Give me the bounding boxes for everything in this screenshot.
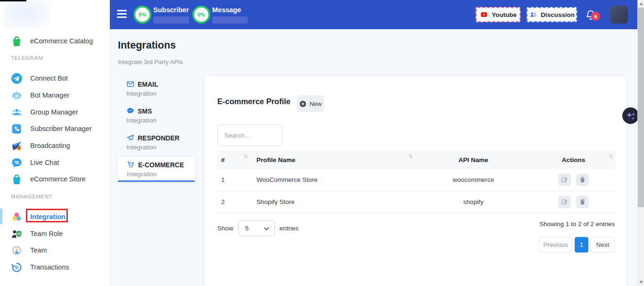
sparkles-icon <box>625 110 636 122</box>
edit-button[interactable] <box>558 173 571 186</box>
scrollbar-thumb[interactable] <box>638 8 644 207</box>
telegram-icon <box>11 73 23 84</box>
sidebar-item-label: Transactions <box>30 263 69 271</box>
subnav-sms[interactable]: SMS Integration <box>126 107 157 124</box>
message-percent: 0% <box>198 12 205 17</box>
sidebar-item-label: Team <box>30 246 47 254</box>
discussion-button-label: Discussion <box>541 11 575 18</box>
paper-plane-icon <box>126 134 134 142</box>
envelope-icon <box>126 80 134 88</box>
scroll-down-arrow[interactable] <box>639 281 643 284</box>
sidebar-item-label: eCommerce Store <box>30 175 86 183</box>
profile-name-cell: WooCommerce Store <box>250 169 415 191</box>
message-stat-label: Message <box>212 6 248 14</box>
subnav-email[interactable]: EMAIL Integration <box>126 80 158 97</box>
sidebar-item-label: Team Role <box>30 230 63 237</box>
pagination: Previous 1 Next <box>539 237 615 253</box>
sidebar-item-subscriber-manager[interactable]: Subscriber Manager <box>0 122 110 136</box>
sidebar-item-bot-manager[interactable]: Bot Manager <box>0 88 110 102</box>
sidebar-item-live-chat[interactable]: Live Chat <box>0 155 110 170</box>
subscriber-stat: Subscriber <box>153 6 189 24</box>
next-page-button[interactable]: Next <box>591 237 615 253</box>
new-button-label: New <box>309 100 322 107</box>
ai-assistant-button[interactable] <box>622 107 639 124</box>
sidebar-item-broadcasting[interactable]: Broadcasting <box>0 139 110 153</box>
current-page-button[interactable]: 1 <box>575 237 588 253</box>
sort-icon: ⇅ <box>243 153 248 160</box>
shopping-bag-green-icon <box>11 35 23 47</box>
column-header-number[interactable]: #⇅ <box>217 150 250 169</box>
broadcast-icon <box>11 140 23 152</box>
delete-button[interactable] <box>576 196 589 208</box>
main-content: Integrations Integrate 3rd Party APIs EM… <box>110 29 644 286</box>
sidebar-item-label: Group Manager <box>30 108 78 116</box>
show-label: Show <box>217 225 233 232</box>
sidebar-item-label: Broadcasting <box>30 142 70 149</box>
youtube-button[interactable]: Youtube <box>476 7 520 22</box>
message-stat: Message <box>212 6 248 24</box>
topbar: 0% Subscriber 0% Message Youtube Discuss… <box>110 0 644 29</box>
cart-icon <box>127 161 135 169</box>
sidebar: eCommerce Catalog TELEGRAM Connect Bot B… <box>0 0 110 286</box>
sidebar-item-label: Bot Manager <box>30 91 69 99</box>
gear-person-icon <box>11 245 23 256</box>
sort-icon: ⇅ <box>408 153 413 160</box>
app-logo <box>4 1 50 28</box>
sidebar-item-ecommerce-catalog[interactable]: eCommerce Catalog <box>0 34 110 48</box>
api-name-cell: shopify <box>415 191 531 212</box>
sms-bubble-icon <box>126 107 134 115</box>
api-name-cell: woocommerce <box>415 169 531 191</box>
top-left-bar <box>0 0 26 1</box>
sidebar-item-transactions[interactable]: Transactions <box>0 260 110 274</box>
edit-button[interactable] <box>558 196 571 208</box>
edit-icon <box>561 176 568 183</box>
sidebar-item-ecommerce-store[interactable]: eCommerce Store <box>0 172 110 186</box>
message-stat-value-redacted <box>212 16 248 24</box>
subnav-ecommerce-title: E-COMMERCE <box>138 161 184 169</box>
page-size-value: 5 <box>239 225 249 232</box>
annotation-highlight-box <box>26 209 68 222</box>
chevron-down-icon <box>264 225 269 230</box>
shopping-bag-cyan-icon <box>11 173 23 185</box>
user-avatar[interactable] <box>610 6 628 24</box>
users-icon <box>529 10 537 19</box>
page-size-select[interactable]: 5 <box>238 220 275 236</box>
hamburger-menu-icon[interactable] <box>117 10 127 19</box>
sidebar-item-connect-bot[interactable]: Connect Bot <box>0 71 110 85</box>
column-header-actions[interactable]: Actions⇅ <box>531 150 616 169</box>
subnav-responder[interactable]: RESPONDER Integration <box>126 134 180 151</box>
shield-person-icon <box>11 228 23 240</box>
scroll-up-arrow[interactable] <box>639 2 643 5</box>
subnav-sms-subtitle: Integration <box>126 117 157 124</box>
new-profile-button[interactable]: New <box>297 95 324 112</box>
actions-cell <box>531 169 616 191</box>
sidebar-item-group-manager[interactable]: Group Manager <box>0 105 110 119</box>
discussion-button[interactable]: Discussion <box>527 7 577 22</box>
subscriber-stat-value-redacted <box>153 16 189 24</box>
youtube-button-label: Youtube <box>492 11 517 18</box>
subnav-ecommerce[interactable]: E-COMMERCE Integration <box>118 157 195 182</box>
integration-circles-icon <box>11 211 23 223</box>
entries-label: entries <box>280 225 299 232</box>
sidebar-item-team[interactable]: Team <box>0 243 110 257</box>
sidebar-item-label: Connect Bot <box>30 74 68 82</box>
sidebar-item-label: Live Chat <box>30 159 59 166</box>
table-row: 1 WooCommerce Store woocommerce <box>217 169 616 191</box>
sidebar-item-team-role[interactable]: Team Role <box>0 227 110 241</box>
previous-page-button[interactable]: Previous <box>539 237 572 253</box>
subscriber-progress-circle: 0% <box>133 6 151 24</box>
subnav-ecommerce-subtitle: Integration <box>127 171 195 178</box>
profiles-table: #⇅ Profile Name⇅ API Name Actions⇅ 1 Woo… <box>217 150 616 213</box>
subnav-sms-title: SMS <box>138 107 152 115</box>
delete-button[interactable] <box>576 173 589 186</box>
row-number: 1 <box>217 169 250 191</box>
search-input[interactable] <box>217 124 282 146</box>
users-group-icon <box>11 106 23 118</box>
message-progress-circle: 0% <box>192 6 210 24</box>
row-number: 2 <box>217 191 250 212</box>
column-header-profile-name[interactable]: Profile Name⇅ <box>250 150 415 169</box>
page-subtitle: Integrate 3rd Party APIs <box>118 58 183 65</box>
youtube-icon <box>479 11 488 18</box>
column-header-api-name[interactable]: API Name <box>415 150 531 169</box>
contact-book-icon <box>11 123 23 135</box>
